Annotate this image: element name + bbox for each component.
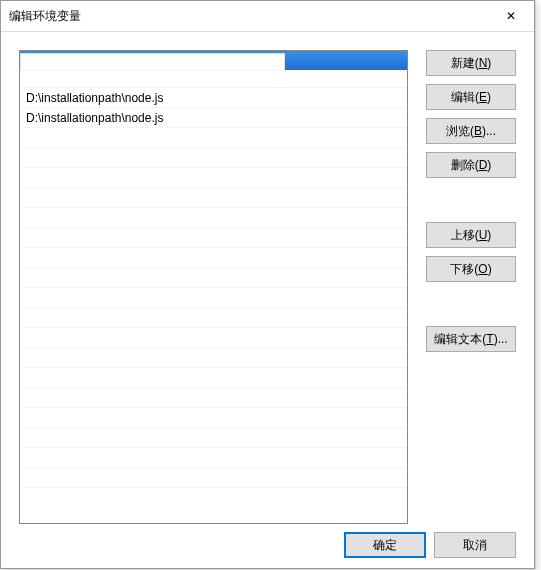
edittext-button-label: 编辑文本(T)... [434, 331, 507, 348]
close-icon: ✕ [506, 9, 516, 23]
list-item[interactable] [20, 51, 407, 71]
moveup-button[interactable]: 上移(U) [426, 222, 516, 248]
browse-button-label: 浏览(B)... [446, 123, 496, 140]
movedown-button-label: 下移(O) [450, 261, 491, 278]
ok-button[interactable]: 确定 [344, 532, 426, 558]
list-item[interactable]: D:\installationpath\node.js [20, 108, 407, 128]
listbox-empty-area [20, 128, 407, 508]
new-button[interactable]: 新建(N) [426, 50, 516, 76]
background-window-edge [535, 0, 541, 570]
delete-button[interactable]: 删除(D) [426, 152, 516, 178]
list-item[interactable]: D:\installationpath\node.js [20, 88, 407, 108]
browse-button[interactable]: 浏览(B)... [426, 118, 516, 144]
delete-button-label: 删除(D) [451, 157, 492, 174]
environment-variable-dialog: 编辑环境变量 ✕ D:\installationpath\node.js D:\… [0, 0, 535, 569]
button-column: 新建(N) 编辑(E) 浏览(B)... 删除(D) 上移(U) 下移(O) 编… [426, 50, 516, 524]
path-listbox[interactable]: D:\installationpath\node.js D:\installat… [19, 50, 408, 524]
cancel-button[interactable]: 取消 [434, 532, 516, 558]
titlebar: 编辑环境变量 ✕ [1, 1, 534, 32]
dialog-content: D:\installationpath\node.js D:\installat… [19, 50, 516, 524]
edittext-button[interactable]: 编辑文本(T)... [426, 326, 516, 352]
movedown-button[interactable]: 下移(O) [426, 256, 516, 282]
close-button[interactable]: ✕ [488, 1, 534, 31]
dialog-footer: 确定 取消 [344, 532, 516, 558]
dialog-title: 编辑环境变量 [9, 8, 81, 25]
moveup-button-label: 上移(U) [451, 227, 492, 244]
new-button-label: 新建(N) [451, 55, 492, 72]
edit-button[interactable]: 编辑(E) [426, 84, 516, 110]
edit-button-label: 编辑(E) [451, 89, 491, 106]
